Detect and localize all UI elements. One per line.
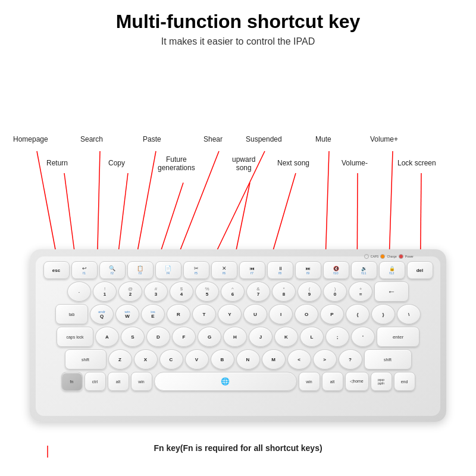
key-q[interactable]: andrQ	[90, 304, 114, 324]
key-l[interactable]: L	[300, 327, 324, 347]
key-alt-right[interactable]: alt	[322, 372, 343, 391]
key-f5[interactable]: ✂ f5	[183, 261, 209, 279]
key-f2[interactable]: 🔍 f2	[99, 261, 126, 279]
key-pgup-pgdn[interactable]: pgup pgdn	[371, 372, 392, 391]
key-shift-left[interactable]: shift	[65, 349, 107, 369]
key-v[interactable]: V	[185, 349, 209, 369]
keyboard-inner: esc ↩ f1 🔍 f2 📋 f3 📄 f4	[36, 256, 440, 416]
label-volume-plus: Volume+	[370, 135, 398, 143]
key-w[interactable]: winW	[115, 304, 139, 324]
key-u[interactable]: U	[243, 304, 267, 324]
number-key-row: - !1 @2 #3 $4 %5 ^6 &7 *8 (9 )0 += ←	[40, 281, 436, 302]
key-period[interactable]: >	[313, 349, 337, 369]
key-del[interactable]: del	[407, 261, 433, 279]
key-equals-top[interactable]: +=	[349, 281, 372, 302]
keyboard-indicators: CAPS Charge Power	[364, 254, 414, 259]
key-s[interactable]: S	[121, 327, 145, 347]
bottom-row: fn ctrl alt win 🌐 win alt ◁home pgup pgd…	[40, 372, 436, 391]
label-paste: Paste	[143, 135, 161, 143]
key-5[interactable]: %5	[195, 281, 219, 302]
qwerty-row: tab andrQ winW iosE R T Y U I O P { } \	[40, 304, 436, 324]
asdf-row: caps lock A S D F G H J K L ; ' enter	[40, 327, 436, 347]
key-e[interactable]: iosE	[141, 304, 165, 324]
key-z[interactable]: Z	[108, 349, 132, 369]
key-0[interactable]: )0	[323, 281, 347, 302]
key-esc[interactable]: esc	[43, 261, 70, 279]
power-led	[399, 254, 403, 259]
label-suspended: Suspended	[246, 135, 282, 143]
key-win-right[interactable]: win	[299, 372, 320, 391]
key-i[interactable]: I	[269, 304, 293, 324]
label-copy: Copy	[108, 159, 125, 167]
key-r[interactable]: R	[167, 304, 190, 324]
page-subtitle: It makes it easier to control the IPAD	[0, 36, 476, 47]
key-p[interactable]: P	[320, 304, 344, 324]
key-c[interactable]: C	[159, 349, 183, 369]
page-title: Multi-function shortcut key	[0, 0, 476, 33]
key-comma[interactable]: <	[287, 349, 311, 369]
key-f7[interactable]: ⏮ f7	[239, 261, 265, 279]
key-f9[interactable]: ⏭ f9	[295, 261, 321, 279]
key-8[interactable]: *8	[272, 281, 296, 302]
key-j[interactable]: J	[249, 327, 273, 347]
key-7[interactable]: &7	[246, 281, 270, 302]
key-n[interactable]: N	[236, 349, 260, 369]
key-slash[interactable]: ?	[339, 349, 362, 369]
key-k[interactable]: K	[274, 327, 298, 347]
key-tab[interactable]: tab	[55, 304, 88, 324]
key-f[interactable]: F	[172, 327, 196, 347]
label-volume-minus: Volume-	[342, 159, 368, 167]
key-shift-right[interactable]: shift	[364, 349, 412, 369]
key-backspace[interactable]: ←	[374, 281, 409, 302]
key-ctrl[interactable]: ctrl	[84, 372, 106, 391]
key-enter[interactable]: enter	[377, 327, 419, 347]
key-t[interactable]: T	[192, 304, 216, 324]
key-3[interactable]: #3	[144, 281, 168, 302]
zxcv-row: shift Z X C V B N M < > ? shift	[40, 349, 436, 369]
charge-led	[380, 254, 385, 259]
key-rbracket[interactable]: }	[371, 304, 395, 324]
key-9[interactable]: (9	[298, 281, 321, 302]
key-backslash[interactable]: \	[397, 304, 421, 324]
key-a[interactable]: A	[95, 327, 119, 347]
key-f6[interactable]: ✕ f6	[211, 261, 237, 279]
key-f11[interactable]: 🔉 f11	[351, 261, 377, 279]
key-home[interactable]: ◁home	[345, 372, 369, 391]
power-label: Power	[405, 255, 414, 258]
key-4[interactable]: $4	[170, 281, 193, 302]
key-fn[interactable]: fn	[61, 372, 83, 391]
key-1[interactable]: !1	[93, 281, 117, 302]
key-x[interactable]: X	[134, 349, 158, 369]
key-lbracket[interactable]: {	[346, 304, 369, 324]
key-f1[interactable]: ↩ f1	[71, 261, 98, 279]
label-homepage: Homepage	[13, 135, 48, 143]
key-6[interactable]: ^6	[221, 281, 245, 302]
label-search: Search	[80, 135, 103, 143]
key-f3[interactable]: 📋 f3	[127, 261, 154, 279]
key-alt-left[interactable]: alt	[108, 372, 129, 391]
key-g[interactable]: G	[198, 327, 221, 347]
key-end[interactable]: end	[394, 372, 415, 391]
key-m[interactable]: M	[262, 349, 286, 369]
key-o[interactable]: O	[295, 304, 318, 324]
key-d[interactable]: D	[146, 327, 170, 347]
key-f8[interactable]: ⏸ f8	[267, 261, 293, 279]
key-quote[interactable]: '	[351, 327, 375, 347]
key-semicolon[interactable]: ;	[325, 327, 349, 347]
key-f10[interactable]: 🔇 f10	[323, 261, 349, 279]
diagram-area: Homepage Search Paste Shear Suspended Mu…	[0, 53, 476, 458]
label-shear: Shear	[203, 135, 223, 143]
key-capslock[interactable]: caps lock	[57, 327, 93, 347]
function-key-row: esc ↩ f1 🔍 f2 📋 f3 📄 f4	[40, 261, 436, 279]
key-win-left[interactable]: win	[131, 372, 152, 391]
key-y[interactable]: Y	[218, 304, 242, 324]
keyboard: CAPS Charge Power esc ↩ f1 🔍 f2	[30, 249, 446, 422]
key-space[interactable]: 🌐	[154, 372, 297, 391]
key-minus-top[interactable]: -	[67, 281, 91, 302]
label-mute: Mute	[315, 135, 331, 143]
key-2[interactable]: @2	[118, 281, 142, 302]
key-f12[interactable]: 🔒 f12	[379, 261, 405, 279]
key-b[interactable]: B	[211, 349, 234, 369]
key-h[interactable]: H	[223, 327, 247, 347]
key-f4[interactable]: 📄 f4	[155, 261, 181, 279]
